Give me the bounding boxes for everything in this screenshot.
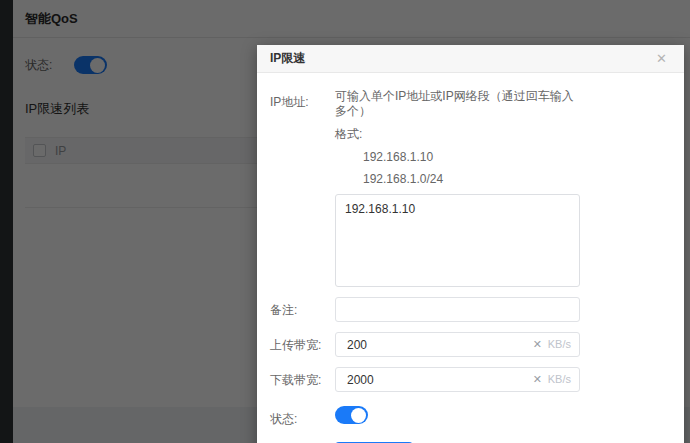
- modal-body: IP地址: 可输入单个IP地址或IP网络段（通过回车输入多个） 格式: 192.…: [257, 73, 684, 443]
- status-row: 状态:: [270, 406, 668, 428]
- format-label: 格式:: [335, 127, 580, 142]
- ip-limit-modal: IP限速 ✕ IP地址: 可输入单个IP地址或IP网络段（通过回车输入多个） 格…: [257, 45, 684, 443]
- download-bandwidth-input[interactable]: [335, 367, 580, 392]
- format-example-2: 192.168.1.0/24: [363, 172, 580, 186]
- remark-row: 备注:: [270, 297, 668, 322]
- clear-icon[interactable]: ✕: [533, 338, 542, 351]
- modal-title: IP限速: [270, 50, 305, 67]
- ip-address-textarea[interactable]: 192.168.1.10: [335, 194, 580, 287]
- download-bandwidth-row: 下载带宽: ✕ KB/s: [270, 367, 668, 392]
- upload-bandwidth-row: 上传带宽: ✕ KB/s: [270, 332, 668, 357]
- ip-address-row: IP地址: 可输入单个IP地址或IP网络段（通过回车输入多个） 格式: 192.…: [270, 89, 668, 287]
- clear-icon[interactable]: ✕: [533, 373, 542, 386]
- format-example-1: 192.168.1.10: [363, 150, 580, 164]
- remark-input[interactable]: [335, 297, 580, 322]
- remark-label: 备注:: [270, 297, 335, 322]
- ip-address-label: IP地址:: [270, 89, 335, 287]
- status-toggle[interactable]: [335, 406, 368, 424]
- download-unit-label: KB/s: [548, 373, 571, 385]
- upload-bandwidth-label: 上传带宽:: [270, 332, 335, 357]
- close-icon[interactable]: ✕: [652, 50, 671, 67]
- upload-unit-label: KB/s: [548, 338, 571, 350]
- modal-header: IP限速 ✕: [257, 45, 684, 73]
- download-bandwidth-label: 下载带宽:: [270, 367, 335, 392]
- screen: 智能QoS 状态: IP限速列表 IP IP限速 ✕ IP地址: 可: [0, 0, 690, 443]
- status-label: 状态:: [270, 406, 335, 428]
- toggle-knob: [351, 408, 366, 423]
- upload-bandwidth-input[interactable]: [335, 332, 580, 357]
- ip-hint-text: 可输入单个IP地址或IP网络段（通过回车输入多个）: [335, 89, 580, 119]
